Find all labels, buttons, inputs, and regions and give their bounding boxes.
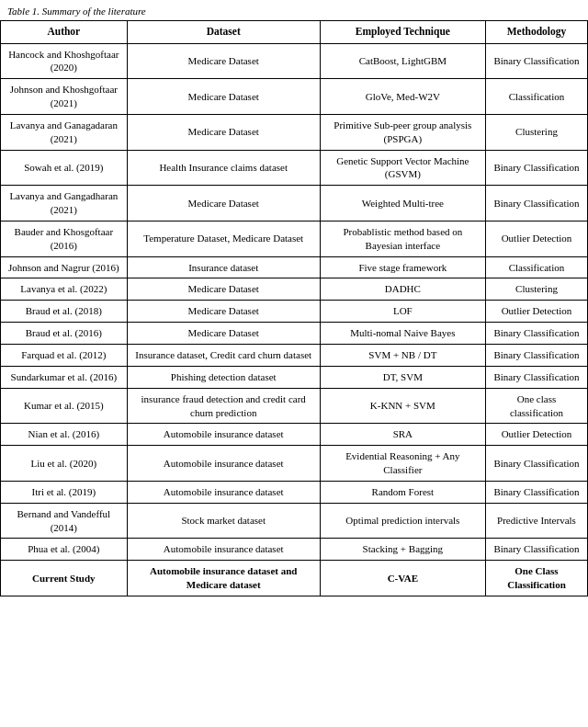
cell-author: Hancock and Khoshgoftaar (2020) [1,43,128,79]
cell-dataset: Medicare Dataset [127,278,320,301]
cell-methodology: Outlier Detection [485,301,587,323]
cell-author: Lavanya and Gangadharan (2021) [1,186,128,222]
cell-author: Current Study [1,561,128,596]
table-row: Johnson and Nagrur (2016)Insurance datas… [1,256,588,278]
cell-methodology: Binary Classification [485,186,587,222]
cell-methodology: Outlier Detection [485,424,587,446]
table-row: Nian et al. (2016)Automobile insurance d… [1,424,588,446]
cell-dataset: insurance fraud detection and credit car… [127,388,320,424]
cell-methodology: Classification [485,79,587,115]
cell-dataset: Stock market dataset [127,503,320,539]
cell-methodology: Binary Classification [485,366,587,388]
table-row: Lavanya and Ganagadaran (2021)Medicare D… [1,114,588,150]
cell-technique: DADHC [320,278,485,301]
cell-methodology: Clustering [485,114,587,150]
literature-table: Author Dataset Employed Technique Method… [0,20,588,596]
cell-technique: GloVe, Med-W2V [320,79,485,115]
table-row: Braud et al. (2018)Medicare DatasetLOFOu… [1,301,588,323]
cell-technique: Multi-nomal Naive Bayes [320,323,485,345]
table-row: Lavanya et al. (2022)Medicare DatasetDAD… [1,278,588,301]
cell-methodology: Binary Classification [485,539,587,561]
table-row: Sowah et al. (2019)Health Insurance clai… [1,150,588,186]
cell-author: Johnson and Khoshgoftaar (2021) [1,79,128,115]
cell-dataset: Temperature Dataset, Medicare Dataset [127,221,320,256]
cell-technique: C-VAE [320,561,485,596]
cell-technique: LOF [320,301,485,323]
cell-methodology: Classification [485,256,587,278]
cell-author: Liu et al. (2020) [1,446,128,482]
cell-author: Farquad et al. (2012) [1,345,128,367]
cell-author: Bauder and Khosgoftaar (2016) [1,221,128,256]
table-row: Johnson and Khoshgoftaar (2021)Medicare … [1,79,588,115]
cell-dataset: Automobile insurance dataset and Medicar… [127,561,320,596]
cell-author: Lavanya and Ganagadaran (2021) [1,114,128,150]
cell-technique: Genetic Support Vector Machine (GSVM) [320,150,485,186]
cell-dataset: Automobile insurance dataset [127,446,320,482]
cell-dataset: Health Insurance claims dataset [127,150,320,186]
cell-technique: Evidential Reasoning + Any Classifier [320,446,485,482]
cell-author: Phua et al. (2004) [1,539,128,561]
cell-dataset: Automobile insurance dataset [127,539,320,561]
cell-methodology: Binary Classification [485,43,587,79]
cell-author: Sowah et al. (2019) [1,150,128,186]
cell-technique: Optimal prediction intervals [320,503,485,539]
cell-methodology: Predictive Intervals [485,503,587,539]
cell-technique: CatBoost, LightGBM [320,43,485,79]
cell-technique: K-KNN + SVM [320,388,485,424]
cell-technique: DT, SVM [320,366,485,388]
cell-technique: Stacking + Bagging [320,539,485,561]
cell-dataset: Medicare Dataset [127,301,320,323]
table-caption: Table 1. Summary of the literature [0,0,588,20]
cell-author: Braud et al. (2016) [1,323,128,345]
table-header-row: Author Dataset Employed Technique Method… [1,21,588,44]
cell-author: Braud et al. (2018) [1,301,128,323]
cell-technique: Random Forest [320,481,485,503]
cell-dataset: Medicare Dataset [127,43,320,79]
cell-methodology: Binary Classification [485,323,587,345]
cell-technique: Primitive Sub-peer group analysis (PSPGA… [320,114,485,150]
cell-dataset: Medicare Dataset [127,323,320,345]
table-row: Braud et al. (2016)Medicare DatasetMulti… [1,323,588,345]
cell-technique: SRA [320,424,485,446]
cell-methodology: Binary Classification [485,481,587,503]
table-row: Current StudyAutomobile insurance datase… [1,561,588,596]
cell-technique: Probablistic method based on Bayesian in… [320,221,485,256]
cell-author: Sundarkumar et al. (2016) [1,366,128,388]
table-row: Bauder and Khosgoftaar (2016)Temperature… [1,221,588,256]
cell-dataset: Insurance dataset, Credit card churn dat… [127,345,320,367]
header-technique: Employed Technique [320,21,485,44]
header-methodology: Methodology [485,21,587,44]
cell-methodology: One class classification [485,388,587,424]
table-row: Lavanya and Gangadharan (2021)Medicare D… [1,186,588,222]
cell-author: Bernand and Vandefful (2014) [1,503,128,539]
cell-methodology: Outlier Detection [485,221,587,256]
cell-dataset: Phishing detection dataset [127,366,320,388]
cell-author: Nian et al. (2016) [1,424,128,446]
cell-methodology: Binary Classification [485,345,587,367]
cell-author: Itri et al. (2019) [1,481,128,503]
cell-methodology: One Class Classification [485,561,587,596]
table-row: Farquad et al. (2012)Insurance dataset, … [1,345,588,367]
cell-technique: Five stage framework [320,256,485,278]
table-row: Sundarkumar et al. (2016)Phishing detect… [1,366,588,388]
cell-methodology: Binary Classification [485,150,587,186]
table-row: Itri et al. (2019)Automobile insurance d… [1,481,588,503]
cell-methodology: Binary Classification [485,446,587,482]
table-row: Hancock and Khoshgoftaar (2020)Medicare … [1,43,588,79]
header-author: Author [1,21,128,44]
table-row: Phua et al. (2004)Automobile insurance d… [1,539,588,561]
header-dataset: Dataset [127,21,320,44]
table-row: Liu et al. (2020)Automobile insurance da… [1,446,588,482]
cell-author: Kumar et al. (2015) [1,388,128,424]
cell-technique: SVM + NB / DT [320,345,485,367]
cell-dataset: Medicare Dataset [127,186,320,222]
table-row: Kumar et al. (2015)insurance fraud detec… [1,388,588,424]
cell-methodology: Clustering [485,278,587,301]
cell-dataset: Automobile insurance dataset [127,481,320,503]
cell-technique: Weighted Multi-tree [320,186,485,222]
cell-dataset: Automobile insurance dataset [127,424,320,446]
cell-author: Johnson and Nagrur (2016) [1,256,128,278]
cell-dataset: Insurance dataset [127,256,320,278]
cell-author: Lavanya et al. (2022) [1,278,128,301]
cell-dataset: Medicare Dataset [127,79,320,115]
